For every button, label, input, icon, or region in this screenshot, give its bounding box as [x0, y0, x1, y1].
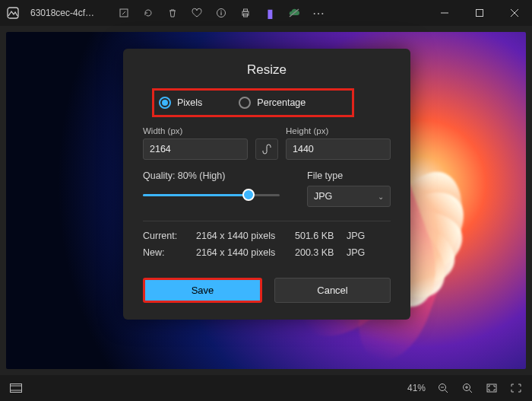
height-label: Height (px) — [286, 126, 391, 135]
status-bar: 41% — [0, 375, 532, 401]
zoom-in-icon[interactable] — [461, 381, 474, 395]
radio-percentage-label: Percentage — [257, 97, 306, 108]
save-button[interactable]: Save — [143, 278, 262, 303]
filetype-value: JPG — [314, 191, 332, 202]
radio-pixels-indicator — [159, 97, 171, 109]
print-icon[interactable] — [239, 6, 252, 20]
width-label: Width (px) — [143, 126, 248, 135]
current-format: JPG — [347, 231, 373, 241]
radio-pixels[interactable]: Pixels — [159, 97, 202, 109]
info-icon[interactable] — [214, 6, 228, 20]
svg-rect-23 — [487, 384, 496, 392]
new-dimensions: 2164 x 1440 pixels — [196, 247, 295, 258]
filetype-label: File type — [307, 170, 391, 181]
fullscreen-icon[interactable] — [509, 381, 523, 395]
svg-line-22 — [470, 390, 473, 393]
new-label: New: — [143, 247, 196, 258]
filmstrip-icon[interactable] — [9, 381, 23, 395]
svg-point-3 — [220, 11, 222, 12]
svg-line-18 — [445, 390, 448, 393]
file-name: 63018cec-4cf2-... — [30, 8, 99, 18]
unit-radio-group: Pixels Percentage — [152, 88, 354, 117]
svg-rect-13 — [11, 384, 22, 393]
minimize-button[interactable] — [427, 0, 462, 26]
divider — [143, 221, 391, 221]
rotate-icon[interactable] — [141, 6, 155, 20]
title-bar: 63018cec-4cf2-... ▮ ⋯ — [0, 0, 532, 26]
cancel-button[interactable]: Cancel — [274, 278, 391, 303]
more-icon[interactable]: ⋯ — [312, 6, 325, 20]
favorite-icon[interactable] — [190, 6, 204, 20]
svg-rect-10 — [477, 10, 483, 17]
radio-percentage[interactable]: Percentage — [239, 97, 306, 109]
new-format: JPG — [347, 247, 373, 258]
filetype-select[interactable]: JPG ⌄ — [307, 186, 391, 207]
close-button[interactable] — [497, 0, 532, 26]
quality-slider[interactable] — [143, 189, 280, 201]
size-info-table: Current: 2164 x 1440 pixels 501.6 KB JPG… — [143, 231, 391, 258]
radio-pixels-label: Pixels — [177, 97, 202, 108]
chevron-down-icon: ⌄ — [378, 193, 384, 201]
svg-rect-4 — [220, 12, 221, 15]
current-dimensions: 2164 x 1440 pixels — [196, 231, 295, 241]
maximize-button[interactable] — [462, 0, 497, 26]
app-tile-icon[interactable]: ▮ — [263, 6, 277, 20]
quality-label: Quality: 80% (High) — [143, 170, 293, 181]
dialog-title: Resize — [143, 62, 391, 78]
current-size: 501.6 KB — [295, 231, 347, 241]
zoom-out-icon[interactable] — [436, 381, 450, 395]
width-input[interactable] — [143, 138, 248, 160]
radio-percentage-indicator — [239, 97, 251, 109]
zoom-level: 41% — [407, 383, 426, 393]
fit-screen-icon[interactable] — [485, 381, 499, 395]
new-size: 200.3 KB — [295, 247, 347, 258]
height-input[interactable] — [286, 138, 391, 160]
photos-app-icon — [0, 0, 26, 26]
svg-rect-6 — [244, 9, 248, 11]
cloud-off-icon[interactable] — [287, 6, 301, 20]
edit-icon[interactable] — [117, 6, 131, 20]
delete-icon[interactable] — [166, 6, 179, 20]
resize-dialog: Resize Pixels Percentage Width (px) Heig… — [123, 49, 410, 320]
link-aspect-button[interactable] — [255, 138, 278, 160]
current-label: Current: — [143, 231, 196, 241]
